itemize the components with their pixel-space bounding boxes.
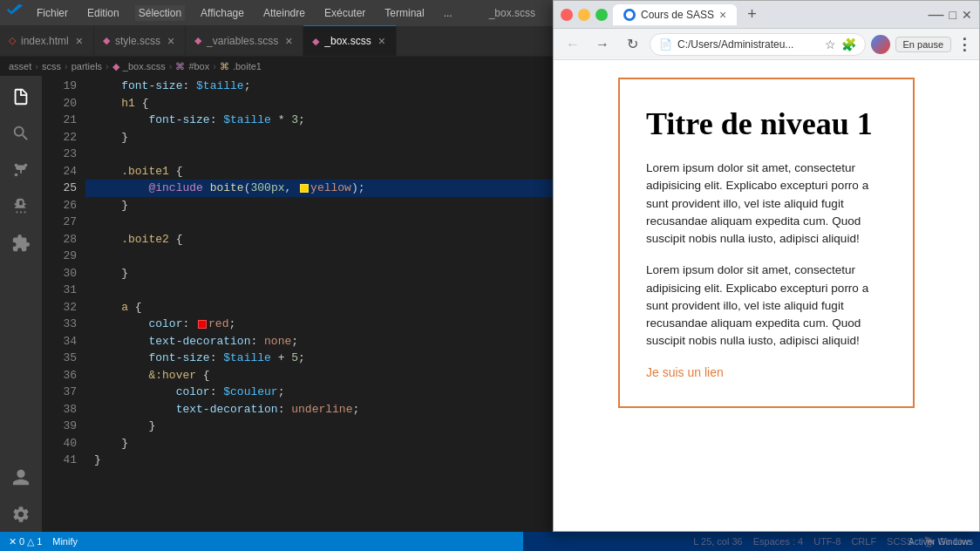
browser-close-btn[interactable]: [561, 9, 573, 21]
account-icon[interactable]: [3, 460, 38, 495]
breadcrumb-scss[interactable]: scss: [42, 61, 61, 71]
breadcrumb-selector[interactable]: #box: [188, 61, 209, 71]
line-num-28: 28: [42, 231, 77, 248]
warning-icon: △: [27, 536, 34, 548]
tab-close-icon[interactable]: ×: [166, 34, 176, 48]
windows-taskbar: Activer Windows: [523, 532, 980, 551]
browser-refresh-btn[interactable]: ↻: [620, 32, 644, 57]
browser-tab-close-icon[interactable]: ×: [719, 8, 726, 22]
breadcrumb-partiels[interactable]: partiels: [71, 61, 102, 71]
svg-point-3: [626, 10, 633, 17]
tab-close-icon[interactable]: ×: [74, 34, 85, 48]
svg-point-2: [15, 173, 18, 177]
browser-profile-avatar: [871, 35, 890, 54]
browser-tab[interactable]: Cours de SASS ×: [613, 4, 737, 25]
tab-index-html[interactable]: ◇ index.html ×: [0, 25, 94, 56]
search-icon[interactable]: [3, 116, 38, 151]
window-title: _box.scss: [486, 5, 539, 21]
line-num-37: 37: [42, 384, 77, 401]
line-num-29: 29: [42, 248, 77, 265]
breadcrumb-file[interactable]: _box.scss: [123, 61, 166, 71]
bookmark-icon[interactable]: ☆: [825, 37, 836, 51]
extension-icon[interactable]: 🧩: [841, 37, 856, 51]
tab-label: index.html: [21, 35, 69, 47]
line-num-25: 25: [42, 180, 77, 197]
line-num-23: 23: [42, 146, 77, 163]
scss-icon: ◆: [312, 36, 319, 47]
line-numbers: 19 20 21 22 23 24 25 26 27 28 29 30 31 3…: [42, 76, 85, 532]
vscode-window: Fichier Edition Sélection Affichage Atte…: [0, 0, 980, 551]
browser-maximize-btn[interactable]: [595, 9, 608, 21]
settings-icon[interactable]: [3, 497, 38, 532]
line-num-34: 34: [42, 333, 77, 350]
demo-para-2: Lorem ipsum dolor sit amet, consectetur …: [646, 262, 887, 350]
browser-forward-btn[interactable]: →: [590, 32, 615, 57]
browser-close-win-btn[interactable]: ✕: [962, 8, 972, 22]
line-num-26: 26: [42, 197, 77, 214]
vscode-logo: [7, 3, 23, 23]
browser-back-btn[interactable]: ←: [561, 32, 585, 57]
browser-new-tab-btn[interactable]: +: [742, 5, 762, 24]
browser-tab-title: Cours de SASS: [641, 9, 714, 21]
breadcrumb-class[interactable]: .boite1: [233, 61, 262, 71]
line-num-20: 20: [42, 95, 77, 112]
color-dot-red: [198, 320, 207, 329]
browser-pause-btn[interactable]: En pause: [895, 37, 951, 52]
line-num-21: 21: [42, 112, 77, 129]
file-icon: 📄: [659, 38, 672, 51]
browser-titlebar: Cours de SASS × + — □ ✕: [554, 1, 979, 29]
menu-fichier[interactable]: Fichier: [33, 5, 71, 21]
line-num-39: 39: [42, 418, 77, 435]
browser-minimize-btn[interactable]: [578, 9, 590, 21]
tab-box-scss[interactable]: ◆ _box.scss ×: [303, 25, 397, 56]
menu-selection[interactable]: Sélection: [135, 5, 185, 21]
line-num-32: 32: [42, 299, 77, 316]
tab-close-icon[interactable]: ×: [377, 34, 387, 48]
menu-bar: Fichier Edition Sélection Affichage Atte…: [33, 5, 539, 21]
error-icon: ✕: [9, 536, 17, 548]
scss-icon: ◆: [103, 35, 110, 46]
menu-terminal[interactable]: Terminal: [381, 5, 427, 21]
browser-minimize-win-btn[interactable]: —: [929, 5, 944, 24]
line-num-24: 24: [42, 163, 77, 180]
tab-variables-scss[interactable]: ◆ _variables.scss ×: [186, 25, 303, 56]
status-errors[interactable]: ✕ 0 △ 1: [9, 536, 42, 548]
extensions-icon[interactable]: [3, 226, 38, 261]
demo-link[interactable]: Je suis un lien: [646, 365, 724, 379]
menu-more[interactable]: ...: [440, 5, 456, 21]
color-dot-yellow: [300, 184, 309, 193]
menu-executer[interactable]: Exécuter: [321, 5, 369, 21]
debug-icon[interactable]: [3, 189, 38, 224]
status-bar-left: ✕ 0 △ 1 Minify: [9, 536, 78, 548]
explorer-icon[interactable]: [3, 79, 38, 114]
browser-window: Cours de SASS × + — □ ✕ ← → ↻ 📄 C:/Users…: [553, 0, 980, 532]
tab-close-icon[interactable]: ×: [283, 34, 294, 48]
demo-title: Titre de niveau 1: [646, 105, 887, 142]
minify-btn[interactable]: Minify: [52, 536, 78, 547]
menu-edition[interactable]: Edition: [84, 5, 123, 21]
tab-style-scss[interactable]: ◆ style.scss ×: [94, 25, 186, 56]
line-num-38: 38: [42, 401, 77, 418]
tab-label: _variables.scss: [207, 35, 278, 47]
line-num-36: 36: [42, 367, 77, 384]
browser-address-bar[interactable]: 📄 C:/Users/Administrateu... ☆ 🧩: [650, 33, 866, 56]
warning-count: 1: [37, 536, 42, 547]
breadcrumb-icon: ◆: [112, 61, 119, 72]
browser-max-win-btn[interactable]: □: [949, 8, 956, 22]
html-icon: ◇: [9, 35, 16, 46]
title-bar-left: Fichier Edition Sélection Affichage Atte…: [7, 3, 539, 23]
activate-windows-text: Activer Windows: [909, 537, 973, 547]
breadcrumb-class-icon: ⌘: [220, 61, 229, 72]
line-num-19: 19: [42, 78, 77, 95]
menu-affichage[interactable]: Affichage: [197, 5, 248, 21]
line-num-35: 35: [42, 350, 77, 367]
line-num-27: 27: [42, 214, 77, 231]
menu-atteindre[interactable]: Atteindre: [260, 5, 309, 21]
browser-toolbar: ← → ↻ 📄 C:/Users/Administrateu... ☆ 🧩 En…: [554, 29, 979, 60]
browser-content: Titre de niveau 1 Lorem ipsum dolor sit …: [554, 60, 979, 531]
breadcrumb-selector-icon: ⌘: [175, 61, 185, 72]
git-icon[interactable]: [3, 153, 38, 187]
browser-more-btn[interactable]: ⋮: [956, 35, 972, 54]
line-num-41: 41: [42, 452, 77, 469]
breadcrumb-asset[interactable]: asset: [9, 61, 31, 71]
